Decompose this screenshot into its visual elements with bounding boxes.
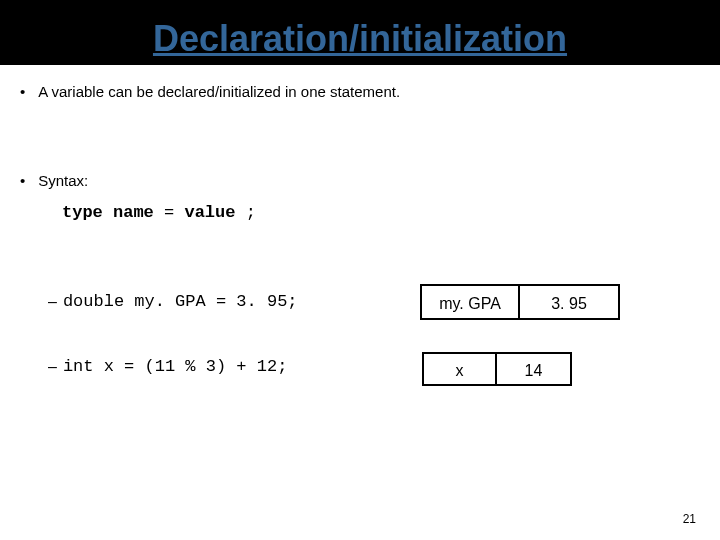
example-1-code: double my. GPA = 3. 95; xyxy=(63,292,298,311)
syntax-eq: = xyxy=(164,203,184,222)
example-2-code: int x = (11 % 3) + 12; xyxy=(63,357,287,376)
syntax-semi: ; xyxy=(246,203,256,222)
page-number: 21 xyxy=(683,512,696,526)
box-pair-1: my. GPA 3. 95 xyxy=(420,284,620,320)
bullet-1-text: A variable can be declared/initialized i… xyxy=(38,83,400,100)
dash-icon: – xyxy=(48,293,57,311)
box-1-label: my. GPA xyxy=(420,284,520,320)
syntax-type: type xyxy=(62,203,103,222)
example-2: – int x = (11 % 3) + 12; xyxy=(48,357,700,376)
box-2-value: 14 xyxy=(497,352,572,386)
box-pair-2: x 14 xyxy=(422,352,572,386)
bullet-2: • Syntax: xyxy=(20,172,700,189)
bullet-dot-icon: • xyxy=(20,172,34,189)
syntax-value: value xyxy=(184,203,235,222)
dash-icon: – xyxy=(48,358,57,376)
bullet-1: • A variable can be declared/initialized… xyxy=(20,83,700,100)
box-1-value: 3. 95 xyxy=(520,284,620,320)
slide-title: Declaration/initialization xyxy=(0,18,720,60)
bullet-2-text: Syntax: xyxy=(38,172,88,189)
syntax-name: name xyxy=(113,203,154,222)
syntax-line: type name = value ; xyxy=(62,203,700,222)
box-2-label: x xyxy=(422,352,497,386)
bullet-dot-icon: • xyxy=(20,83,34,100)
examples-area: – double my. GPA = 3. 95; – int x = (11 … xyxy=(20,292,700,376)
content-area: • A variable can be declared/initialized… xyxy=(20,75,700,422)
